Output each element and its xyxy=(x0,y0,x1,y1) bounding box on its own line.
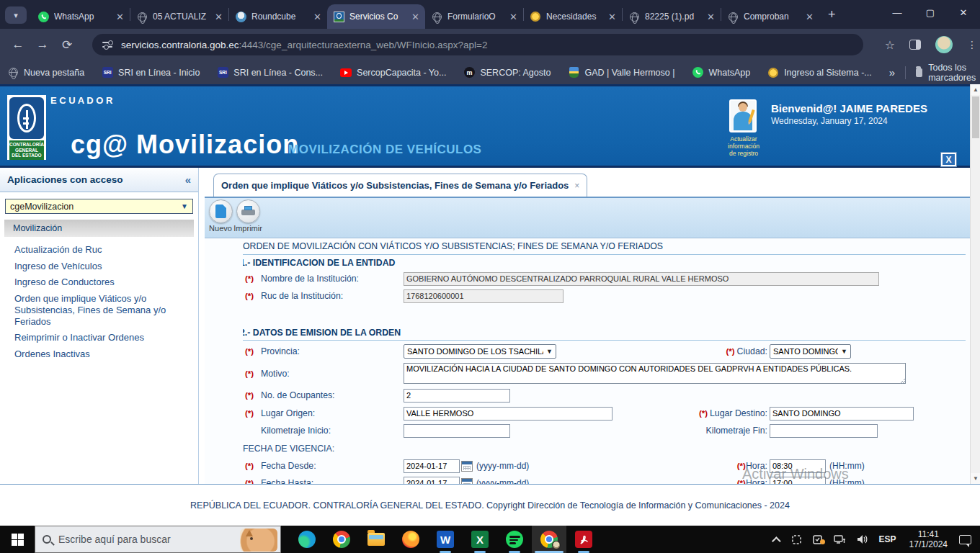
ciudad-select[interactable]: SANTO DOMINGO▼ xyxy=(770,344,851,359)
all-bookmarks-button[interactable]: Todos los marcadores xyxy=(928,63,980,83)
tab-close-icon[interactable]: × xyxy=(574,181,579,191)
taskbar-firefox-button[interactable] xyxy=(393,526,428,553)
fecha-desde-field[interactable] xyxy=(404,459,460,473)
kilometraje-inicio-field[interactable] xyxy=(404,424,510,438)
taskbar-explorer-button[interactable] xyxy=(359,526,393,553)
notification-center-icon[interactable] xyxy=(959,535,971,544)
menu-kebab-icon[interactable]: ⋮ xyxy=(967,43,974,47)
volume-icon[interactable] xyxy=(856,534,868,544)
taskbar-spotify-button[interactable] xyxy=(497,526,532,553)
taskbar-excel-button[interactable]: X xyxy=(463,526,497,553)
taskbar-chrome-button[interactable] xyxy=(324,526,359,553)
bookmark-item[interactable]: WhatsApp xyxy=(692,67,750,78)
forward-icon[interactable]: → xyxy=(30,37,55,52)
bookmark-item[interactable]: Ingreso al Sistema -... xyxy=(767,67,872,78)
bookmarks-overflow-chevron[interactable]: » xyxy=(889,66,895,78)
scrollbar-thumb[interactable] xyxy=(972,96,979,138)
fecha-hasta-field[interactable] xyxy=(404,477,460,485)
taskbar-edge-button[interactable] xyxy=(290,526,324,553)
browser-tab[interactable]: 05 ACTUALIZ ✕ xyxy=(130,4,228,29)
bookmark-item[interactable]: SercopCapacita - Yo... xyxy=(340,67,446,78)
tab-close-icon[interactable]: ✕ xyxy=(707,12,715,22)
tab-close-icon[interactable]: ✕ xyxy=(608,12,616,22)
taskbar-word-button[interactable]: W xyxy=(428,526,463,553)
calendar-icon[interactable] xyxy=(461,478,473,485)
required-marker: (*) xyxy=(243,409,261,418)
windows-logo-icon xyxy=(12,534,24,546)
application-select[interactable]: cgeMovilizacion ▼ xyxy=(5,199,193,214)
print-button[interactable]: Imprimir xyxy=(233,199,262,233)
web-page: CONTRALORÍA GENERAL DEL ESTADO E C U A D… xyxy=(0,84,980,526)
site-settings-icon[interactable] xyxy=(102,39,114,50)
resize-handle[interactable] xyxy=(900,379,905,384)
browser-tab-active[interactable]: Servicios Co ✕ xyxy=(327,4,425,29)
bookmark-item[interactable]: SRISRI en Línea - Cons... xyxy=(217,67,323,78)
new-button[interactable]: Nuevo xyxy=(206,199,235,233)
window-close-button[interactable]: ✕ xyxy=(947,0,980,24)
side-panel-icon[interactable] xyxy=(909,40,921,50)
provincia-select[interactable]: SANTO DOMINGO DE LOS TSACHILAS▼ xyxy=(404,344,556,359)
motivo-field[interactable]: MOVILIZACIÓN HACIA LA CIUDAD DE SANTO DO… xyxy=(404,363,906,384)
browser-tab[interactable]: Roundcube ✕ xyxy=(229,4,327,29)
sidebar-item-ordenes-inactivas[interactable]: Ordenes Inactivas xyxy=(14,349,191,360)
collapse-sidebar-icon[interactable]: « xyxy=(185,174,191,186)
lugar-origen-field[interactable] xyxy=(404,407,612,421)
browser-tab[interactable]: WhatsApp ✕ xyxy=(32,4,130,29)
globe-icon xyxy=(7,67,19,78)
bookmark-star-icon[interactable]: ☆ xyxy=(885,38,895,52)
taskbar-chrome-active-button[interactable] xyxy=(532,526,566,553)
browser-tab[interactable]: Necesidades ✕ xyxy=(524,4,622,29)
field-label: Kilometraje Fin: xyxy=(706,426,767,436)
page-scrollbar[interactable]: ▲ ▼ xyxy=(970,84,980,484)
tab-close-icon[interactable]: ✕ xyxy=(215,12,223,22)
browser-tab[interactable]: 82225 (1).pd ✕ xyxy=(623,4,721,29)
tab-close-icon[interactable]: ✕ xyxy=(313,12,321,22)
taskbar-clock[interactable]: 11:41 17/1/2024 xyxy=(909,529,948,549)
tab-title: 05 ACTUALIZ xyxy=(153,12,210,22)
tray-tablet-icon[interactable] xyxy=(791,534,802,545)
scroll-down-icon[interactable]: ▼ xyxy=(971,473,980,484)
network-icon[interactable] xyxy=(834,534,846,544)
document-tab[interactable]: Orden que implique Viáticos y/o Subsiste… xyxy=(213,174,587,197)
taskbar-acrobat-button[interactable] xyxy=(566,526,601,553)
tray-update-icon[interactable] xyxy=(812,534,824,545)
bookmark-item[interactable]: SRISRI en Línea - Inicio xyxy=(102,67,200,78)
ocupantes-field[interactable] xyxy=(404,389,510,403)
bookmark-item[interactable]: GAD | Valle Hermoso | xyxy=(568,67,674,78)
sidebar-item-ingreso-conductores[interactable]: Ingreso de Conductores xyxy=(14,276,191,288)
avatar-caption[interactable]: Actualizar información de registro xyxy=(721,135,767,157)
tab-title: Necesidades xyxy=(546,12,604,22)
app-close-button[interactable]: X xyxy=(941,153,956,166)
bookmark-item[interactable]: mSERCOP: Agosto xyxy=(463,67,551,78)
bookmark-item[interactable]: Nueva pestaña xyxy=(7,67,84,78)
sidebar-item-ingreso-vehiculos[interactable]: Ingreso de Vehículos xyxy=(14,261,191,272)
profile-avatar[interactable] xyxy=(935,36,953,53)
app-subtitle: MOVILIZACIÓN DE VEHÍCULOS xyxy=(288,143,481,157)
address-bar[interactable]: servicios.contraloria.gob.ec:4443/cge_ar… xyxy=(92,34,863,55)
browser-tab[interactable]: Comproban ✕ xyxy=(721,4,819,29)
tab-close-icon[interactable]: ✕ xyxy=(806,12,814,22)
calendar-icon[interactable] xyxy=(461,461,473,472)
sidebar-item-orden-viaticos[interactable]: Orden que implique Viáticos y/o Subsiste… xyxy=(14,293,191,328)
lugar-destino-field[interactable] xyxy=(770,407,914,421)
start-button[interactable] xyxy=(0,526,35,553)
sidebar-item-actualizacion-ruc[interactable]: Actualización de Ruc xyxy=(14,244,191,256)
back-icon[interactable]: ← xyxy=(6,37,30,52)
sidebar-item-reimprimir[interactable]: Reimprimir o Inactivar Ordenes xyxy=(14,332,191,343)
tab-close-icon[interactable]: ✕ xyxy=(509,12,517,22)
tab-search-button[interactable]: ▾ xyxy=(5,6,27,24)
new-tab-button[interactable]: + xyxy=(828,7,836,22)
kilometraje-fin-field[interactable] xyxy=(770,424,878,438)
required-marker: (*) xyxy=(243,292,261,300)
reload-icon[interactable]: ⟳ xyxy=(55,37,79,53)
language-indicator[interactable]: ESP xyxy=(879,534,896,544)
window-minimize-button[interactable]: — xyxy=(881,0,914,24)
tab-close-icon[interactable]: ✕ xyxy=(411,12,419,22)
taskbar-search[interactable]: Escribe aquí para buscar xyxy=(35,526,281,553)
tray-expand-icon[interactable] xyxy=(775,536,781,543)
window-maximize-button[interactable]: ▢ xyxy=(914,0,947,24)
user-avatar[interactable] xyxy=(729,99,757,132)
browser-tab[interactable]: FormularioO ✕ xyxy=(425,4,523,29)
tab-close-icon[interactable]: ✕ xyxy=(116,12,124,22)
scroll-up-icon[interactable]: ▲ xyxy=(971,84,980,95)
